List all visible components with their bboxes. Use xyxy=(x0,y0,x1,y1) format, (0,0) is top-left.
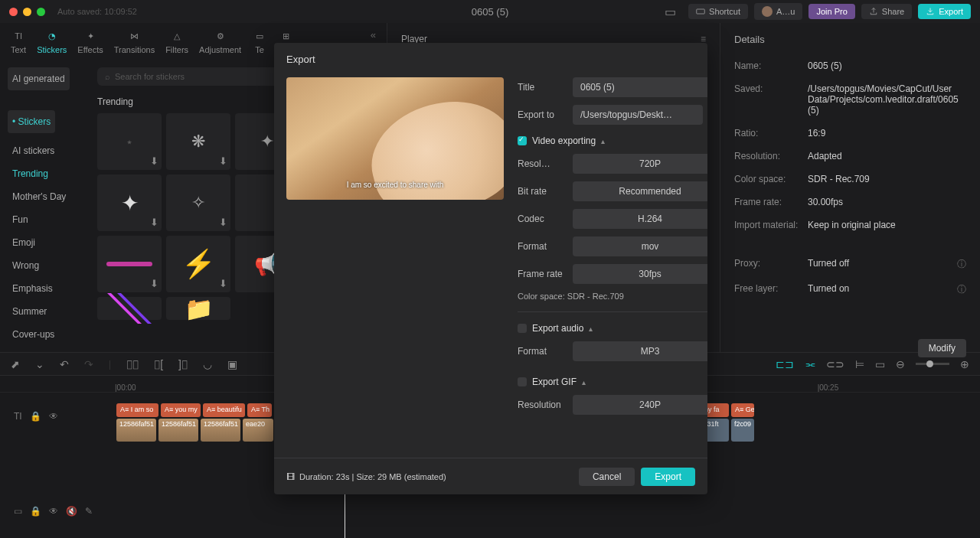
audio-export-checkbox[interactable] xyxy=(518,324,527,333)
share-button[interactable]: Share xyxy=(861,4,912,19)
export-audio-section[interactable]: Export audio ▴ xyxy=(518,323,707,334)
shortcut-button[interactable]: Shortcut xyxy=(688,4,748,19)
category-summer[interactable]: Summer xyxy=(8,300,80,323)
download-icon[interactable]: ⬇ xyxy=(150,155,158,167)
eye-icon[interactable]: 👁 xyxy=(49,506,58,517)
track-head[interactable]: TI🔒👁 xyxy=(0,397,80,435)
resolution-select[interactable]: 720P xyxy=(573,154,707,174)
subtitle-clip[interactable]: A≡ I am so xyxy=(116,403,158,417)
tab-text[interactable]: TIText xyxy=(11,29,26,54)
tab-transitions[interactable]: ⋈Transitions xyxy=(114,29,155,54)
video-clip[interactable]: 12586faf51 xyxy=(116,419,156,442)
join-pro-button[interactable]: Join Pro xyxy=(808,4,854,19)
export-confirm-button[interactable]: Export xyxy=(641,468,695,486)
sticker-item[interactable]: 📁 xyxy=(166,297,230,320)
tab-effects[interactable]: ✦Effects xyxy=(77,29,103,54)
download-icon[interactable]: ⬇ xyxy=(219,155,227,167)
video-track[interactable]: ▭🔒👁🔇✎ xyxy=(0,492,980,538)
link-icon[interactable]: ⫘ xyxy=(805,358,815,370)
maximize-window-icon[interactable] xyxy=(37,8,45,16)
subtitle-clip[interactable]: A≡ Th xyxy=(247,403,272,417)
subtitle-clip[interactable]: A≡ Ge xyxy=(731,403,754,417)
image-icon[interactable]: ▣ xyxy=(227,358,237,370)
tab-adjustment[interactable]: ⚙Adjustment xyxy=(199,29,241,54)
subtitle-clip[interactable]: A≡ you my xyxy=(161,403,201,417)
category-mothers-day[interactable]: Mother's Day xyxy=(8,185,80,208)
video-exporting-section[interactable]: Video exporting ▴ xyxy=(518,135,707,146)
video-clip[interactable]: 12586faf51 xyxy=(201,419,240,442)
split-right-icon[interactable]: ]⌷ xyxy=(178,358,188,370)
screen-icon[interactable]: ▭ xyxy=(875,358,885,370)
export-path-input[interactable] xyxy=(573,105,703,125)
codec-select[interactable]: H.264 xyxy=(573,209,707,229)
sticker-item[interactable]: ⚡⬇ xyxy=(166,236,230,292)
video-clip[interactable]: eae20 xyxy=(243,419,273,442)
sticker-item[interactable]: ❋⬇ xyxy=(166,113,230,170)
sticker-item[interactable]: ⋆⬇ xyxy=(97,113,162,170)
link2-icon[interactable]: ⊂⊃ xyxy=(826,358,844,370)
tab-templates[interactable]: ▭Te xyxy=(252,29,267,54)
subtitle-clip[interactable]: A≡ beautifu xyxy=(203,403,245,417)
export-gif-section[interactable]: Export GIF ▴ xyxy=(518,377,707,387)
minimize-window-icon[interactable] xyxy=(23,8,31,16)
zoom-slider[interactable] xyxy=(916,363,949,365)
detail-value: Turned off xyxy=(808,258,957,271)
audio-format-select[interactable]: MP3 xyxy=(573,341,707,361)
bitrate-select[interactable]: Recommended xyxy=(573,181,707,201)
layout-icon[interactable]: ▭ xyxy=(665,5,676,19)
align-icon[interactable]: ⊨ xyxy=(855,358,864,370)
download-icon[interactable]: ⬇ xyxy=(219,278,227,289)
title-input[interactable] xyxy=(573,77,707,97)
lock-icon[interactable]: 🔒 xyxy=(30,506,41,517)
category-ai-stickers[interactable]: AI stickers xyxy=(8,139,80,162)
category-ai-generated[interactable]: AI generated xyxy=(8,67,70,90)
modify-button[interactable]: Modify xyxy=(918,339,966,357)
cursor-icon[interactable]: ⬈ xyxy=(11,358,20,370)
close-window-icon[interactable] xyxy=(9,8,18,16)
collapse-icon[interactable]: « xyxy=(371,29,376,41)
category-stickers[interactable]: • Stickers xyxy=(8,110,55,133)
video-clip[interactable]: 12586faf51 xyxy=(158,419,198,442)
undo-icon[interactable]: ↶ xyxy=(60,358,69,370)
category-wrong[interactable]: Wrong xyxy=(8,254,80,277)
magnet-icon[interactable]: ⊏⊐ xyxy=(776,358,794,370)
track-head[interactable]: ▭🔒👁🔇✎ xyxy=(0,492,80,530)
lock-icon[interactable]: 🔒 xyxy=(30,411,41,422)
gif-resolution-select[interactable]: 240P xyxy=(573,395,707,415)
tab-stickers[interactable]: ◔Stickers xyxy=(37,29,67,54)
video-export-checkbox[interactable] xyxy=(518,136,527,145)
download-icon[interactable]: ⬇ xyxy=(150,278,158,289)
mute-icon[interactable]: 🔇 xyxy=(66,506,77,517)
category-fun[interactable]: Fun xyxy=(8,208,80,231)
zoom-out-icon[interactable]: ⊖ xyxy=(896,358,905,370)
category-trending[interactable]: Trending xyxy=(8,162,80,185)
framerate-select[interactable]: 30fps xyxy=(573,264,707,284)
zoom-in-icon[interactable]: ⊕ xyxy=(960,358,969,370)
video-clip[interactable]: f2c09 xyxy=(731,419,754,442)
download-icon[interactable]: ⬇ xyxy=(150,217,158,228)
info-icon[interactable]: ⓘ xyxy=(957,258,966,271)
chevron-down-icon[interactable]: ⌄ xyxy=(35,358,44,370)
split-icon[interactable]: ⌷⌷ xyxy=(126,358,139,370)
sticker-item[interactable]: ✧⬇ xyxy=(166,174,230,231)
sticker-item[interactable]: ✦⬇ xyxy=(97,174,162,231)
info-icon[interactable]: ⓘ xyxy=(957,283,966,296)
shield-icon[interactable]: ◡ xyxy=(203,358,212,370)
tab-more[interactable]: ⊞ xyxy=(278,29,293,43)
redo-icon[interactable]: ↷ xyxy=(84,358,93,370)
eye-icon[interactable]: 👁 xyxy=(49,411,58,422)
sticker-item[interactable] xyxy=(97,297,162,320)
download-icon[interactable]: ⬇ xyxy=(219,217,227,228)
category-emphasis[interactable]: Emphasis xyxy=(8,277,80,300)
split-left-icon[interactable]: ⌷[ xyxy=(154,358,163,370)
edit-icon[interactable]: ✎ xyxy=(85,506,93,517)
category-emoji[interactable]: Emoji xyxy=(8,231,80,254)
format-select[interactable]: mov xyxy=(573,236,707,256)
tab-filters[interactable]: △Filters xyxy=(165,29,188,54)
sticker-item[interactable]: ⬇ xyxy=(97,236,162,292)
gif-export-checkbox[interactable] xyxy=(518,377,527,386)
cancel-button[interactable]: Cancel xyxy=(579,468,635,486)
user-button[interactable]: A…u xyxy=(754,3,802,20)
export-button[interactable]: Export xyxy=(918,4,971,19)
category-cover-ups[interactable]: Cover-ups xyxy=(8,323,80,346)
